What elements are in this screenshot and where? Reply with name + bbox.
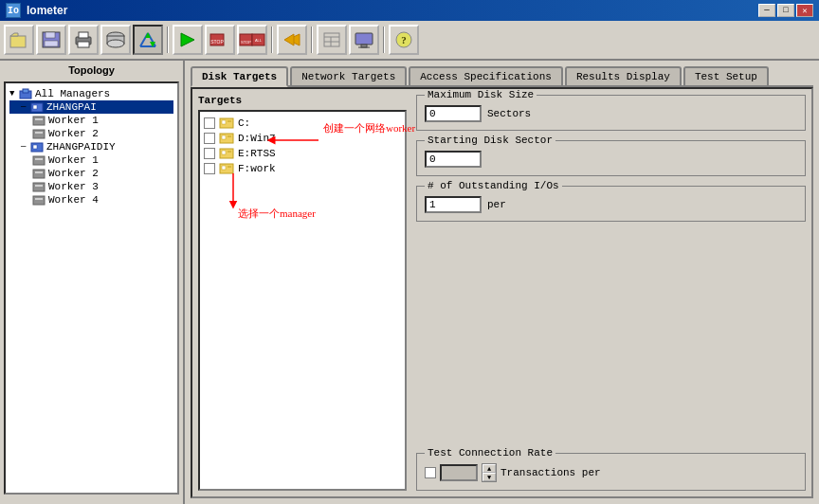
svg-rect-59 <box>222 151 226 154</box>
zhangpaidiy-label: ZHANGPAIDIY <box>46 141 116 153</box>
managers-icon <box>19 88 32 99</box>
open-button[interactable] <box>4 25 34 55</box>
topology-panel: Topology ▼ All Managers ─ ZHANGPAI <box>0 61 185 504</box>
tree-container[interactable]: ▼ All Managers ─ ZHANGPAI <box>4 81 179 495</box>
print-button[interactable] <box>68 25 99 55</box>
max-disk-size-title: Maximum Disk Size <box>425 89 537 100</box>
help-button[interactable]: ? <box>389 25 419 55</box>
stop-button[interactable]: STOP <box>205 25 235 55</box>
tab-network-targets[interactable]: Network Targets <box>290 66 407 85</box>
network-button[interactable] <box>133 25 163 55</box>
manager2-icon <box>30 141 44 153</box>
separator-1 <box>167 27 169 53</box>
topology-title: Topology <box>4 64 179 76</box>
svg-rect-50 <box>33 196 45 205</box>
tcr-spin-up[interactable]: ▲ <box>482 464 496 473</box>
tcr-checkbox[interactable] <box>425 467 436 478</box>
worker-icon-2 <box>32 128 46 139</box>
tab-results-display[interactable]: Results Display <box>565 66 682 85</box>
tcr-row: ▲ ▼ Transactions per <box>425 463 797 482</box>
tab-access-spec-label: Access Specifications <box>420 71 552 82</box>
svg-marker-16 <box>181 33 194 46</box>
checkbox-c[interactable] <box>204 117 215 129</box>
worker1-label: Worker 1 <box>48 115 99 126</box>
worker4-label: Worker 4 <box>48 194 99 206</box>
svg-point-10 <box>107 40 124 47</box>
targets-list[interactable]: C: D:Win7 <box>198 110 407 491</box>
worker-icon-6 <box>32 194 46 206</box>
minimize-button[interactable]: ─ <box>758 4 775 17</box>
svg-rect-35 <box>23 89 28 93</box>
expand-icon-2: ─ <box>21 102 30 112</box>
max-disk-size-row: Sectors <box>425 105 797 122</box>
targets-section: Targets C: <box>198 95 407 491</box>
tree-item-zhangpai-worker1[interactable]: Worker 1 <box>9 114 173 127</box>
svg-rect-41 <box>35 132 43 134</box>
svg-marker-1 <box>10 33 18 36</box>
tree-item-zhangpai-worker2[interactable]: Worker 2 <box>9 127 173 140</box>
tcr-spinner[interactable]: ▲ ▼ <box>482 463 497 482</box>
svg-text:?: ? <box>401 34 407 45</box>
disk-button[interactable] <box>100 25 131 55</box>
svg-rect-48 <box>33 183 45 191</box>
checkbox-e[interactable] <box>204 148 215 159</box>
outstanding-ios-row: per <box>425 196 797 213</box>
outstanding-ios-input[interactable] <box>425 196 482 213</box>
svg-rect-4 <box>45 41 58 46</box>
tree-item-zhangpaidiy-worker3[interactable]: Worker 3 <box>9 180 173 193</box>
max-disk-size-group: Maximum Disk Size Sectors <box>416 95 806 131</box>
tree-item-all-managers[interactable]: ▼ All Managers <box>9 87 173 100</box>
close-button[interactable]: ✕ <box>796 4 813 17</box>
tab-disk-targets[interactable]: Disk Targets <box>191 66 288 87</box>
tree-item-zhangpaidiy[interactable]: ─ ZHANGPAIDIY <box>9 140 173 153</box>
drive-c-label: C: <box>238 117 250 129</box>
svg-text:STOP: STOP <box>241 40 251 45</box>
display-button[interactable] <box>349 25 379 55</box>
targets-label: Targets <box>198 95 407 106</box>
right-panel: Disk Targets Network Targets Access Spec… <box>185 61 819 504</box>
svg-rect-25 <box>324 33 339 46</box>
tcr-unit: Transactions per <box>500 467 601 478</box>
tree-item-zhangpai[interactable]: ─ ZHANGPAI <box>9 100 173 114</box>
drive-icon-c <box>219 117 234 129</box>
worker-icon-1 <box>32 115 46 126</box>
back-button[interactable] <box>277 25 307 55</box>
go-button[interactable] <box>173 25 203 55</box>
checkbox-d[interactable] <box>204 133 215 144</box>
svg-rect-51 <box>35 198 43 200</box>
test-connection-rate-group: Test Connection Rate ▲ ▼ Transactions pe… <box>416 453 806 491</box>
tab-access-specifications[interactable]: Access Specifications <box>409 66 563 85</box>
separator-4 <box>383 27 385 53</box>
tcr-input[interactable] <box>440 464 478 481</box>
max-disk-size-input[interactable] <box>425 105 482 122</box>
checkbox-f[interactable] <box>204 163 215 174</box>
svg-rect-49 <box>35 185 43 187</box>
all-managers-label: All Managers <box>35 88 110 99</box>
tree-item-zhangpaidiy-worker4[interactable]: Worker 4 <box>9 193 173 207</box>
starting-disk-sector-row <box>425 151 797 168</box>
logo-text: Io <box>8 6 19 16</box>
annotation-select-manager: 选择一个manager <box>228 207 316 221</box>
worker-icon-4 <box>32 168 46 179</box>
svg-text:STOP: STOP <box>210 39 224 45</box>
settings-section: Maximum Disk Size Sectors Starting Disk … <box>416 95 806 491</box>
tcr-spin-down[interactable]: ▼ <box>482 473 496 481</box>
tree-item-zhangpaidiy-worker1[interactable]: Worker 1 <box>9 153 173 167</box>
svg-text:ALL: ALL <box>255 38 263 43</box>
maximize-button[interactable]: □ <box>777 4 794 17</box>
separator-2 <box>271 27 273 53</box>
svg-rect-38 <box>33 117 45 125</box>
svg-rect-45 <box>35 158 43 160</box>
stop-all-button[interactable]: STOPALL <box>237 25 267 55</box>
starting-disk-sector-input[interactable] <box>425 151 482 168</box>
svg-rect-29 <box>355 33 373 45</box>
tab-test-setup[interactable]: Test Setup <box>683 66 769 85</box>
config-button[interactable] <box>317 25 347 55</box>
svg-rect-40 <box>33 130 45 138</box>
tab-results-label: Results Display <box>576 71 670 82</box>
arrow-svg-2 <box>219 169 266 216</box>
tree-item-zhangpaidiy-worker2[interactable]: Worker 2 <box>9 167 173 180</box>
tab-network-targets-label: Network Targets <box>301 71 395 82</box>
svg-rect-37 <box>33 105 37 109</box>
save-button[interactable] <box>36 25 66 55</box>
